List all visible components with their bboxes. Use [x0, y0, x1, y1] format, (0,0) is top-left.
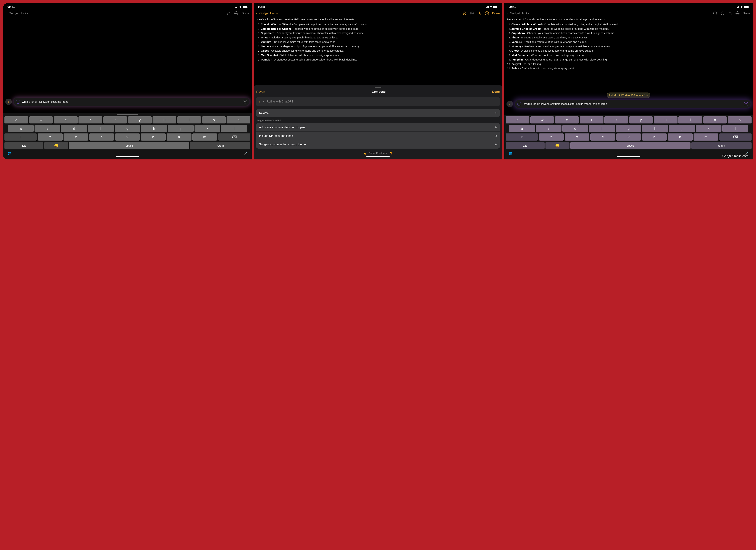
key-v[interactable]: v: [115, 133, 140, 141]
redo-icon[interactable]: [470, 11, 474, 15]
key-r[interactable]: r: [580, 116, 603, 123]
key-h[interactable]: h: [642, 125, 668, 132]
key-g[interactable]: g: [115, 125, 140, 132]
space-key[interactable]: space: [570, 142, 691, 149]
prompt-input-pill[interactable]: + Write a list of Halloween costume idea…: [14, 98, 250, 106]
key-o[interactable]: o: [703, 116, 727, 123]
share-icon[interactable]: [477, 11, 482, 15]
thumbs-down-icon[interactable]: 👎: [390, 152, 393, 155]
more-icon[interactable]: [485, 11, 489, 15]
back-chevron-icon[interactable]: ‹: [507, 11, 508, 16]
key-w[interactable]: w: [530, 116, 554, 123]
key-q[interactable]: q: [4, 116, 28, 123]
backspace-key[interactable]: ⌫: [218, 133, 250, 141]
home-indicator[interactable]: [116, 156, 139, 157]
home-indicator[interactable]: [617, 156, 640, 157]
key-j[interactable]: j: [168, 125, 194, 132]
backspace-key[interactable]: ⌫: [719, 133, 752, 141]
key-a[interactable]: a: [509, 125, 535, 132]
key-n[interactable]: n: [668, 133, 693, 141]
shift-key[interactable]: ⇧: [4, 133, 37, 141]
key-u[interactable]: u: [153, 116, 176, 123]
send-button[interactable]: [243, 100, 247, 104]
globe-icon[interactable]: 🌐: [7, 152, 11, 155]
more-icon[interactable]: [234, 11, 238, 15]
prompt-back-button[interactable]: ‹: [506, 101, 513, 107]
key-m[interactable]: m: [192, 133, 217, 141]
space-key[interactable]: space: [69, 142, 189, 149]
plus-icon[interactable]: +: [16, 100, 20, 104]
key-p[interactable]: p: [728, 116, 752, 123]
back-label[interactable]: Gadget Hacks: [9, 12, 225, 15]
key-l[interactable]: l: [221, 125, 247, 132]
numbers-key[interactable]: 123: [4, 142, 43, 149]
back-label[interactable]: Gadget Hacks: [510, 12, 711, 15]
key-w[interactable]: w: [29, 116, 53, 123]
suggestion-row[interactable]: Suggest costumes for a group theme⊕: [256, 140, 500, 149]
key-h[interactable]: h: [141, 125, 167, 132]
key-c[interactable]: c: [590, 133, 615, 141]
key-z[interactable]: z: [38, 133, 63, 141]
key-p[interactable]: p: [227, 116, 250, 123]
home-indicator[interactable]: [366, 156, 390, 157]
globe-icon[interactable]: 🌐: [509, 152, 512, 155]
key-n[interactable]: n: [167, 133, 191, 141]
key-r[interactable]: r: [78, 116, 102, 123]
key-d[interactable]: d: [562, 125, 588, 132]
key-z[interactable]: z: [539, 133, 564, 141]
return-key[interactable]: return: [691, 142, 752, 149]
refine-row[interactable]: ‹ ✦ Refine with ChatGPT: [256, 97, 500, 106]
key-s[interactable]: s: [536, 125, 561, 132]
undo-icon[interactable]: [713, 11, 717, 15]
key-c[interactable]: c: [89, 133, 114, 141]
key-u[interactable]: u: [654, 116, 678, 123]
emoji-key[interactable]: 😀: [44, 142, 68, 149]
done-button[interactable]: Done: [242, 12, 249, 15]
mic-icon[interactable]: 🎤: [244, 152, 247, 155]
more-icon[interactable]: [735, 11, 740, 15]
back-label[interactable]: Gadget Hacks: [259, 12, 460, 15]
key-i[interactable]: i: [177, 116, 201, 123]
key-d[interactable]: d: [61, 125, 87, 132]
context-pill[interactable]: Includes All Text — 238 Words ⌃⌄: [607, 93, 650, 98]
suggestion-row[interactable]: Include DIY costume ideas⊕: [256, 132, 500, 140]
key-j[interactable]: j: [669, 125, 695, 132]
key-s[interactable]: s: [35, 125, 60, 132]
suggestion-row[interactable]: Add more costume ideas for couples⊕: [256, 123, 500, 131]
key-k[interactable]: k: [195, 125, 220, 132]
plus-icon[interactable]: +: [517, 102, 521, 106]
send-button[interactable]: [744, 102, 748, 106]
key-t[interactable]: t: [103, 116, 127, 123]
key-k[interactable]: k: [696, 125, 721, 132]
share-icon[interactable]: [227, 11, 231, 15]
return-key[interactable]: return: [190, 142, 250, 149]
key-q[interactable]: q: [506, 116, 529, 123]
revert-button[interactable]: Revert: [256, 90, 265, 94]
prompt-input-pill[interactable]: + Rewrite the Halloween costume ideas li…: [515, 100, 751, 108]
key-e[interactable]: e: [555, 116, 579, 123]
sheet-done-button[interactable]: Done: [492, 90, 500, 94]
key-m[interactable]: m: [694, 133, 718, 141]
done-button[interactable]: Done: [492, 12, 500, 15]
key-l[interactable]: l: [722, 125, 748, 132]
feedback-label[interactable]: Share Feedback: [369, 152, 387, 155]
refine-back-icon[interactable]: ‹: [259, 99, 260, 104]
shift-key[interactable]: ⇧: [506, 133, 538, 141]
key-g[interactable]: g: [616, 125, 642, 132]
sheet-handle[interactable]: [375, 87, 381, 88]
done-button[interactable]: Done: [743, 12, 750, 15]
back-chevron-icon[interactable]: ‹: [6, 11, 7, 16]
key-y[interactable]: y: [128, 116, 152, 123]
key-a[interactable]: a: [8, 125, 34, 132]
key-t[interactable]: t: [604, 116, 628, 123]
key-e[interactable]: e: [54, 116, 78, 123]
redo-icon[interactable]: [720, 11, 725, 15]
undo-icon[interactable]: [462, 11, 467, 15]
key-o[interactable]: o: [202, 116, 226, 123]
keyboard-handle[interactable]: [117, 114, 138, 115]
key-v[interactable]: v: [616, 133, 641, 141]
thumbs-up-icon[interactable]: 👍: [363, 152, 366, 155]
prompt-back-button[interactable]: ‹: [5, 99, 12, 105]
share-icon[interactable]: [728, 11, 732, 15]
emoji-key[interactable]: 😀: [545, 142, 569, 149]
